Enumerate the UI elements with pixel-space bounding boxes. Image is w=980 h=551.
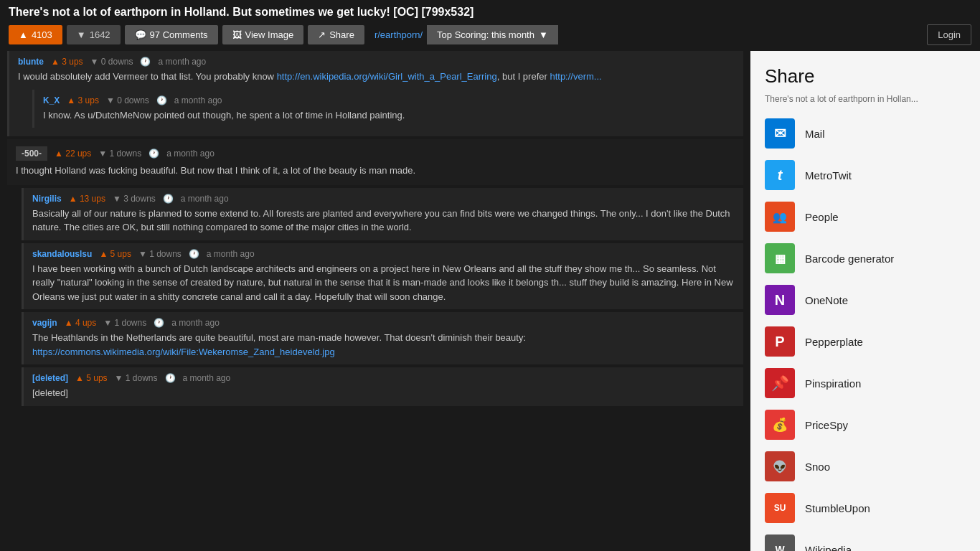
comment-link[interactable]: http://en.wikipedia.org/wiki/Girl_with_a…: [277, 71, 497, 82]
share-button[interactable]: ↗ Share: [308, 25, 364, 44]
time-icon: 🕐: [140, 57, 151, 67]
ups-count: ▲ 3 ups: [51, 57, 83, 67]
share-item-wikipedia[interactable]: W Wikipedia: [750, 529, 980, 551]
downvote-icon: ▼: [77, 29, 86, 40]
comment-author[interactable]: skandalouslsu: [32, 249, 92, 259]
share-item-barcode[interactable]: ▦ Barcode generator: [750, 237, 980, 279]
pinspiration-icon: 📌: [765, 368, 795, 398]
ups-count: ▲ 5 ups: [75, 373, 108, 383]
comment-text: The Heathlands in the Netherlands are qu…: [32, 331, 735, 359]
share-item-mail[interactable]: ✉ Mail: [750, 113, 980, 154]
comment-meta: vagijn ▲ 4 ups ▼ 1 downs 🕐 a month ago: [32, 318, 735, 328]
comment-block: skandalouslsu ▲ 5 ups ▼ 1 downs 🕐 a mont…: [22, 243, 743, 310]
time-icon: 🕐: [163, 194, 174, 204]
comment-text: I know. As u/DutchMeNow pointed out thou…: [43, 108, 726, 123]
comments-area: blunte ▲ 3 ups ▼ 0 downs 🕐 a month ago I…: [0, 51, 750, 551]
timestamp: a month ago: [183, 373, 231, 383]
comment-meta: blunte ▲ 3 ups ▼ 0 downs 🕐 a month ago: [18, 57, 735, 67]
login-label: Login: [938, 29, 961, 40]
comment-meta: skandalouslsu ▲ 5 ups ▼ 1 downs 🕐 a mont…: [32, 249, 735, 259]
comment-block: [deleted] ▲ 5 ups ▼ 1 downs 🕐 a month ag…: [22, 367, 743, 406]
time-icon: 🕐: [189, 249, 199, 259]
view-image-button[interactable]: 🖼 View Image: [222, 25, 304, 44]
stumbleupon-icon: SU: [765, 493, 795, 523]
share-item-label: Barcode generator: [805, 253, 894, 265]
share-item-people[interactable]: 👥 People: [750, 196, 980, 237]
downvote-button[interactable]: ▼ 1642: [67, 25, 121, 44]
comments-icon: 💬: [135, 29, 146, 40]
downs-count: ▼ 0 downs: [106, 95, 149, 105]
view-image-label: View Image: [245, 29, 294, 40]
mail-icon: ✉: [765, 118, 795, 149]
comment-author[interactable]: [deleted]: [32, 373, 68, 383]
ups-count: ▲ 5 ups: [99, 249, 131, 259]
pepperplate-icon: P: [765, 326, 795, 357]
comment-text: I thought Holland was fucking beautiful.…: [16, 164, 735, 178]
comment-meta: K_X ▲ 3 ups ▼ 0 downs 🕐 a month ago: [43, 95, 726, 105]
sort-dropdown[interactable]: Top Scoring: this month ▼: [427, 25, 558, 44]
share-title: Share: [765, 65, 966, 88]
share-item-label: StumbleUpon: [805, 502, 870, 514]
comment-author[interactable]: blunte: [18, 57, 44, 67]
main-layout: blunte ▲ 3 ups ▼ 0 downs 🕐 a month ago I…: [0, 51, 980, 551]
chevron-down-icon: ▼: [539, 29, 548, 40]
sort-label: Top Scoring: this month: [437, 29, 534, 40]
timestamp: a month ago: [158, 57, 206, 67]
top-bar: There's not a lot of earthporn in Hollan…: [0, 0, 980, 24]
subreddit-path: r/earthporn/: [374, 29, 423, 40]
ups-count: ▲ 4 ups: [65, 318, 97, 328]
comment-link-2[interactable]: http://verm...: [550, 71, 601, 82]
snoo-icon: 👽: [765, 451, 795, 481]
timestamp: a month ago: [207, 249, 255, 259]
share-item-metrotwit[interactable]: t MetroTwit: [750, 154, 980, 196]
comment-block: blunte ▲ 3 ups ▼ 0 downs 🕐 a month ago I…: [7, 51, 743, 136]
comment-text: [deleted]: [32, 386, 735, 400]
comment-block: Nirgilis ▲ 13 ups ▼ 3 downs 🕐 a month ag…: [22, 188, 743, 240]
downs-count: ▼ 1 downs: [115, 373, 158, 383]
onenote-icon: N: [765, 285, 795, 315]
share-label: Share: [329, 29, 354, 40]
comment-author[interactable]: K_X: [43, 95, 60, 105]
share-item-stumbleupon[interactable]: SU StumbleUpon: [750, 487, 980, 529]
login-button[interactable]: Login: [927, 24, 971, 45]
comment-text: Basically all of our nature is planned t…: [32, 207, 735, 235]
share-item-label: MetroTwit: [805, 169, 852, 182]
pricespy-icon: 💰: [765, 410, 795, 440]
image-icon: 🖼: [232, 29, 242, 40]
comment-author[interactable]: Nirgilis: [32, 194, 62, 204]
comment-meta: Nirgilis ▲ 13 ups ▼ 3 downs 🕐 a month ag…: [32, 194, 735, 204]
nested-comment-block: K_X ▲ 3 ups ▼ 0 downs 🕐 a month ago I kn…: [32, 90, 735, 128]
top-level-comment: -500- ▲ 22 ups ▼ 1 downs 🕐 a month ago I…: [7, 139, 743, 185]
share-item-onenote[interactable]: N OneNote: [750, 279, 980, 321]
share-item-pepperplate[interactable]: P Pepperplate: [750, 321, 980, 362]
time-icon: 🕐: [165, 373, 176, 383]
upvote-icon: ▲: [19, 29, 28, 40]
timestamp: a month ago: [181, 194, 229, 204]
barcode-icon: ▦: [765, 243, 795, 273]
share-item-label: Wikipedia: [805, 544, 852, 552]
comment-link[interactable]: https://commons.wikimedia.org/wiki/File:…: [32, 347, 335, 357]
comments-count: 97 Comments: [150, 29, 208, 40]
share-item-pinspiration[interactable]: 📌 Pinspiration: [750, 362, 980, 404]
upvote-count: 4103: [32, 29, 52, 40]
downs-count: ▼ 1 downs: [138, 249, 182, 259]
time-icon: 🕐: [149, 149, 159, 159]
comment-meta: [deleted] ▲ 5 ups ▼ 1 downs 🕐 a month ag…: [32, 373, 735, 383]
downs-count: ▼ 0 downs: [90, 57, 133, 67]
share-item-snoo[interactable]: 👽 Snoo: [750, 446, 980, 487]
comment-text: I have been working with a bunch of Dutc…: [32, 262, 735, 304]
share-item-label: Snoo: [805, 461, 830, 473]
comment-author[interactable]: vagijn: [32, 318, 57, 328]
share-subtitle: There's not a lot of earthporn in Hollan…: [750, 94, 980, 113]
timestamp: a month ago: [171, 318, 220, 328]
share-items-list: ✉ Mail t MetroTwit 👥 People ▦ Barcode ge…: [750, 113, 980, 551]
upvote-button[interactable]: ▲ 4103: [9, 25, 62, 44]
share-item-label: OneNote: [805, 294, 848, 306]
downvote-count: 1642: [90, 29, 110, 40]
ups-count: ▲ 13 ups: [69, 194, 105, 204]
downs-count: ▼ 3 downs: [113, 194, 156, 204]
time-icon: 🕐: [154, 318, 164, 328]
share-item-pricespy[interactable]: 💰 PriceSpy: [750, 404, 980, 446]
time-icon: 🕐: [156, 95, 167, 105]
comments-button[interactable]: 💬 97 Comments: [125, 25, 218, 44]
